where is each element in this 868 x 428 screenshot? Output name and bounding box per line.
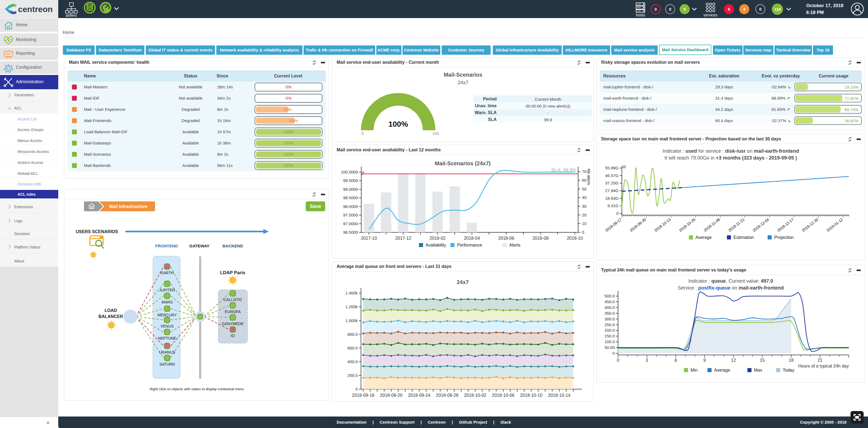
svg-text:99.5000: 99.5000 — [343, 178, 358, 183]
svg-text:0: 0 — [582, 230, 584, 234]
svg-text:0: 0 — [617, 358, 619, 363]
svg-text:2018-10-06: 2018-10-06 — [492, 393, 515, 398]
svg-text:Nb alerts: Nb alerts — [587, 169, 591, 185]
svg-text:50: 50 — [582, 187, 587, 191]
svg-text:Projection: Projection — [774, 235, 794, 240]
svg-text:2018-11-21: 2018-11-21 — [727, 217, 745, 233]
svg-text:400.0: 400.0 — [347, 359, 358, 364]
svg-text:97.0000: 97.0000 — [343, 221, 358, 226]
svg-text:27.94G: 27.94G — [605, 188, 619, 193]
svg-text:55.88G: 55.88G — [605, 166, 619, 170]
svg-text:%: % — [361, 171, 365, 175]
svg-text:50.00: 50.00 — [604, 345, 615, 350]
svg-text:0: 0 — [616, 211, 619, 216]
svg-text:18.63G: 18.63G — [605, 196, 619, 201]
svg-text:VENUS: VENUS — [160, 324, 174, 329]
svg-text:1.000k: 1.000k — [345, 318, 358, 323]
svg-text:2018-10-14: 2018-10-14 — [548, 393, 570, 398]
svg-text:2018-09-20: 2018-09-20 — [380, 393, 402, 398]
svg-text:services: services — [703, 13, 717, 17]
svg-text:JUPITER: JUPITER — [159, 288, 175, 292]
svg-text:1.200k: 1.200k — [345, 304, 358, 309]
svg-text:40: 40 — [582, 195, 587, 200]
svg-text:450.0: 450.0 — [604, 299, 615, 304]
svg-text:500.0: 500.0 — [604, 294, 615, 298]
svg-text:2018-10-26: 2018-10-26 — [678, 217, 696, 233]
svg-text:21: 21 — [818, 358, 823, 363]
svg-text:30: 30 — [582, 204, 587, 208]
svg-text:centreon: centreon — [18, 5, 53, 14]
svg-text:2018-09-30: 2018-09-30 — [629, 217, 647, 233]
svg-text:Alerts: Alerts — [509, 243, 520, 247]
svg-text:2018-02: 2018-02 — [430, 236, 446, 240]
svg-text:100.0: 100.0 — [604, 339, 615, 344]
svg-text:200.0: 200.0 — [604, 328, 615, 333]
svg-text:3: 3 — [646, 358, 648, 363]
svg-text:BALANCER: BALANCER — [98, 314, 123, 319]
svg-text:0: 0 — [613, 351, 615, 355]
svg-text:20: 20 — [582, 212, 587, 217]
svg-text:350.0: 350.0 — [604, 311, 615, 316]
svg-text:60: 60 — [582, 178, 587, 182]
svg-text:10: 10 — [582, 221, 587, 226]
svg-text:NEPTUNE: NEPTUNE — [158, 336, 176, 340]
svg-text:200.0: 200.0 — [347, 373, 358, 378]
svg-text:Mail-Scenarios (24x7): Mail-Scenarios (24x7) — [435, 160, 491, 166]
svg-text:70: 70 — [582, 169, 587, 174]
svg-text:2018-09-16: 2018-09-16 — [352, 393, 374, 398]
svg-text:Average: Average — [714, 368, 730, 372]
svg-text:2018-11-08: 2018-11-08 — [703, 217, 721, 233]
svg-text:1.400k: 1.400k — [345, 291, 358, 295]
svg-text:GANYMEDE: GANYMEDE — [222, 321, 244, 326]
svg-text:pollers: pollers — [66, 13, 77, 17]
svg-text:Max: Max — [754, 368, 762, 372]
svg-text:hosts: hosts — [636, 13, 645, 17]
svg-text:46.57G: 46.57G — [605, 173, 619, 178]
svg-text:2017-10: 2017-10 — [361, 236, 377, 240]
svg-text:300.0: 300.0 — [604, 317, 615, 321]
svg-text:100%: 100% — [388, 120, 408, 129]
svg-text:CALLISTO: CALLISTO — [223, 297, 242, 302]
svg-text:URANUS: URANUS — [159, 350, 175, 354]
svg-text:6: 6 — [675, 358, 677, 363]
svg-text:9.31G: 9.31G — [608, 203, 619, 208]
svg-text:100.0000: 100.0000 — [341, 170, 358, 174]
svg-text:150.0: 150.0 — [604, 334, 615, 338]
svg-text:2018-09-28: 2018-09-28 — [436, 393, 458, 398]
svg-text:2018-12-17: 2018-12-17 — [776, 217, 795, 233]
svg-text:37.25G: 37.25G — [605, 181, 619, 185]
svg-text:2017-12: 2017-12 — [395, 236, 411, 240]
svg-text:Today: Today — [783, 368, 795, 372]
svg-text:Hours of a typical 24h day: Hours of a typical 24h day — [798, 364, 849, 368]
svg-text:96.5000: 96.5000 — [343, 230, 358, 234]
svg-text:Performance: Performance — [457, 243, 482, 247]
svg-text:98.0000: 98.0000 — [343, 204, 358, 209]
svg-text:99.0000: 99.0000 — [343, 187, 358, 192]
svg-text:18: 18 — [789, 358, 794, 363]
svg-text:2018-12-04: 2018-12-04 — [752, 217, 770, 233]
svg-text:MERCURY: MERCURY — [157, 313, 177, 317]
svg-text:EUROPA: EUROPA — [225, 310, 241, 314]
svg-text:2019-01-12: 2019-01-12 — [826, 217, 844, 233]
svg-text:IO: IO — [231, 334, 235, 338]
svg-text:98.5000: 98.5000 — [343, 195, 358, 200]
svg-text:0: 0 — [355, 387, 358, 391]
svg-text:2018-09-24: 2018-09-24 — [408, 393, 430, 398]
svg-text:600.0: 600.0 — [347, 346, 358, 350]
svg-text:LOAD: LOAD — [104, 308, 117, 313]
svg-text:250.0: 250.0 — [604, 322, 615, 327]
svg-text:9: 9 — [703, 358, 706, 363]
svg-text:24x7: 24x7 — [457, 279, 469, 285]
svg-text:2018-09-17: 2018-09-17 — [604, 217, 622, 233]
svg-text:MARS: MARS — [162, 300, 173, 304]
svg-text:EARTH: EARTH — [160, 270, 174, 275]
svg-text:Average: Average — [695, 235, 712, 240]
svg-text:2018-06: 2018-06 — [498, 236, 515, 240]
svg-text:15: 15 — [760, 358, 765, 363]
svg-text:2018-10-10: 2018-10-10 — [520, 393, 542, 398]
svg-text:2018-08: 2018-08 — [532, 236, 549, 240]
svg-text:12: 12 — [731, 358, 736, 363]
svg-text:800.0: 800.0 — [347, 332, 358, 337]
svg-text:2018-12-30: 2018-12-30 — [801, 217, 819, 233]
svg-text:Availability: Availability — [426, 243, 446, 247]
